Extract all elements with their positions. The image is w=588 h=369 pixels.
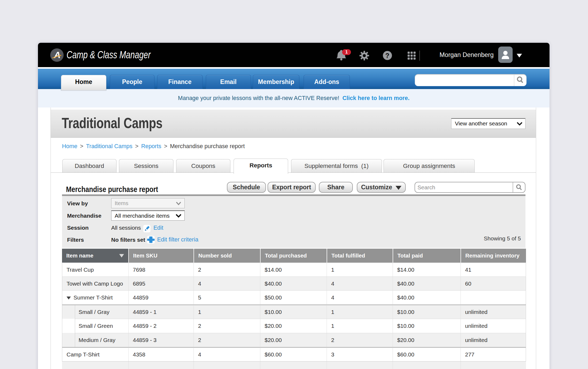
svg-text:A: A	[54, 50, 61, 60]
svg-text:?: ?	[385, 52, 389, 59]
